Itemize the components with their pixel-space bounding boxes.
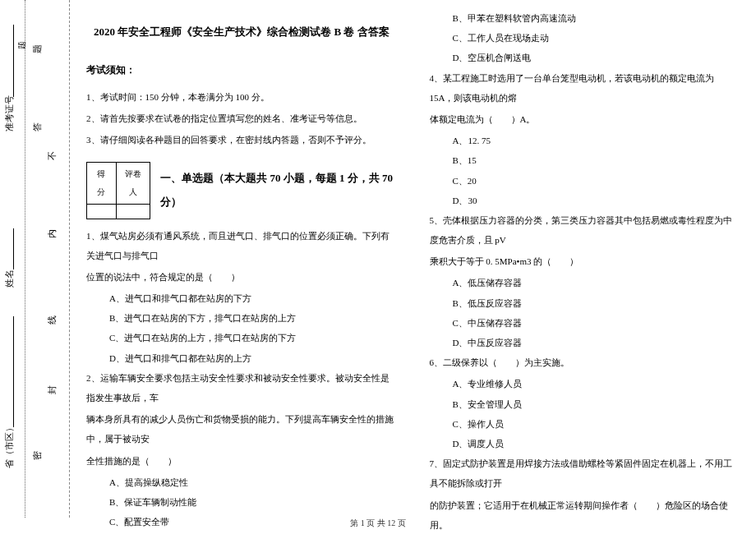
q5-opt-d: D、中压反应容器 (430, 333, 740, 352)
binding-margin: 题 答 不 内 线 封 密 题 省（市区） 姓名 准考证号 (0, 0, 70, 518)
score-head-marker: 评卷人 (116, 162, 150, 204)
left-column: 2020 年安全工程师《安全生产技术》综合检测试卷 B 卷 含答案 考试须知： … (70, 8, 413, 534)
binding-char-nei: 内 (46, 229, 58, 238)
q4-stem-2: 体额定电流为（ ）A。 (430, 109, 740, 129)
binding-char-ti: 题 (31, 44, 44, 53)
q2-stem-1: 2、运输车辆安全要求包括主动安全性要求和被动安全性要求。被动安全性是指发生事故后… (86, 368, 397, 407)
q6-opt-d: D、调度人员 (430, 434, 740, 453)
q1-opt-b: B、进气口在站房的下方，排气口在站房的上方 (86, 308, 397, 328)
q1-opt-c: C、进气口在站房的上方，排气口在站房的下方 (86, 328, 397, 348)
q6-opt-c: C、操作人员 (430, 414, 740, 434)
q2-stem-3: 全性措施的是（ ） (86, 451, 397, 471)
notice-line-1: 1、考试时间：150 分钟，本卷满分为 100 分。 (86, 87, 397, 107)
section-1-title: 一、单选题（本大题共 70 小题，每题 1 分，共 70 分） (160, 167, 396, 214)
q1-stem-1: 1、煤气站房必须有通风系统，而且进气口、排气口的位置必须正确。下列有关进气口与排… (86, 226, 397, 265)
q5-opt-a: A、低压储存容器 (430, 273, 740, 292)
name-underline (13, 228, 14, 269)
exam-title: 2020 年安全工程师《安全生产技术》综合检测试卷 B 卷 含答案 (86, 21, 397, 44)
q4-stem-1: 4、某工程施工时选用了一台单台笼型电动机，若该电动机的额定电流为 15A，则该电… (430, 68, 740, 108)
ticket-underline (13, 25, 14, 97)
q3-opt-c: C、工作人员在现场走动 (430, 28, 740, 48)
q4-opt-b: B、15 (430, 150, 740, 170)
q5-opt-c: C、中压储存容器 (430, 313, 740, 333)
content-area: 2020 年安全工程师《安全生产技术》综合检测试卷 B 卷 含答案 考试须知： … (70, 0, 756, 534)
q4-opt-c: C、20 (430, 171, 740, 191)
notice-heading: 考试须知： (86, 59, 397, 81)
binding-char-xian: 线 (46, 315, 58, 325)
q5-stem-2: 乘积大于等于 0. 5MPa•m3 的（ ） (430, 251, 740, 271)
q1-opt-a: A、进气口和排气口都在站房的下方 (86, 288, 397, 308)
score-box: 得分 评卷人 (86, 162, 150, 219)
q1-stem-2: 位置的说法中，符合规定的是（ ） (86, 267, 397, 287)
q3-opt-b: B、甲苯在塑料软管内高速流动 (430, 8, 740, 28)
q7-stem-1: 7、固定式防护装置是用焊接方法或借助螺栓等紧固件固定在机器上，不用工具不能拆除或… (430, 453, 740, 493)
binding-top-char: 题 (16, 39, 28, 49)
q6-stem: 6、二级保养以（ ）为主实施。 (430, 352, 740, 372)
binding-char-feng: 封 (46, 385, 58, 394)
q4-opt-a: A、12. 75 (430, 131, 740, 150)
q3-opt-d: D、空压机合闸送电 (430, 48, 740, 67)
score-cell-2 (116, 204, 150, 219)
q2-opt-b: B、保证车辆制动性能 (86, 492, 397, 512)
q6-opt-b: B、安全管理人员 (430, 394, 740, 414)
right-column: B、甲苯在塑料软管内高速流动 C、工作人员在现场走动 D、空压机合闸送电 4、某… (413, 8, 757, 534)
q2-opt-a: A、提高操纵稳定性 (86, 472, 397, 492)
score-head-score: 得分 (87, 162, 117, 204)
binding-char-da: 答 (31, 122, 44, 131)
notice-line-3: 3、请仔细阅读各种题目的回答要求，在密封线内答题，否则不予评分。 (86, 130, 397, 150)
binding-province-label: 省（市区） (3, 423, 16, 468)
binding-char-bu: 不 (46, 151, 58, 160)
q4-opt-d: D、30 (430, 191, 740, 210)
q6-opt-a: A、专业维修人员 (430, 374, 740, 394)
binding-ticket-label: 准考证号 (3, 95, 16, 131)
dotted-vertical-line (25, 0, 25, 518)
page-footer: 第 1 页 共 12 页 (0, 518, 756, 529)
binding-name-label: 姓名 (3, 269, 16, 288)
score-cell-1 (87, 204, 117, 219)
notice-line-2: 2、请首先按要求在试卷的指定位置填写您的姓名、准考证号等信息。 (86, 108, 397, 128)
q5-stem-1: 5、壳体根据压力容器的分类，第三类压力容器其中包括易燃或毒性程度为中度危害介质，… (430, 210, 740, 250)
province-underline (13, 316, 14, 427)
q1-opt-d: D、进气口和排气口都在站房的上方 (86, 348, 397, 368)
q2-stem-2: 辆本身所具有的减少人员伤亡和货物受损的能力。下列提高车辆安全性的措施中，属于被动… (86, 409, 397, 449)
binding-char-mi: 密 (31, 451, 44, 460)
q5-opt-b: B、低压反应容器 (430, 293, 740, 313)
